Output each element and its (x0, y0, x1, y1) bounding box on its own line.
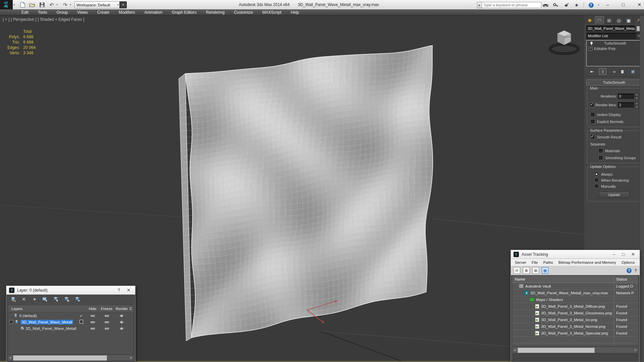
explicit-normals-checkbox[interactable] (590, 119, 595, 124)
open-file-button[interactable] (29, 1, 36, 8)
search-expand-button[interactable]: ▸ (477, 2, 482, 8)
smoothing-groups-row[interactable]: Smoothing Groups (598, 156, 639, 160)
menu-file[interactable]: File (529, 260, 541, 264)
highlight-selected-layer-button[interactable] (63, 296, 70, 303)
menu-customize[interactable]: Customize (229, 9, 258, 15)
smoothing-groups-checkbox[interactable] (598, 156, 603, 160)
workspace-selector[interactable]: Workspace: Default ▾ (74, 1, 121, 8)
current-layer-checkbox[interactable] (76, 320, 86, 324)
layer-row-selected[interactable]: - 3D_Wall_Panel_Wave_Metall (8, 319, 133, 325)
asset-row-vault[interactable]: Autodesk Vault Logged O (512, 283, 638, 290)
materials-checkbox[interactable] (598, 148, 603, 153)
spin-down-icon[interactable]: ▾ (635, 105, 639, 108)
update-button[interactable]: Update (599, 192, 630, 198)
select-layer-button[interactable] (53, 296, 59, 303)
column-hide[interactable]: Hide (86, 307, 99, 311)
manually-radio[interactable] (594, 184, 599, 188)
table-view-button[interactable]: ▦ (542, 267, 548, 274)
modifier-list-dropdown[interactable]: Modifier List ˅ (586, 33, 642, 39)
communication-center-button[interactable] (563, 2, 570, 8)
always-radio[interactable] (594, 172, 599, 176)
layer-dialog-titlebar[interactable]: Layer: 0 (default) ? ✕ (6, 286, 135, 295)
menu-graph-editors[interactable]: Graph Editors (167, 9, 201, 15)
tab-motion[interactable]: ◎ (614, 16, 624, 24)
scroll-track[interactable] (518, 348, 633, 352)
layer-row-default[interactable]: 0 (default) ✓ (8, 312, 133, 319)
help-button[interactable]: ? (588, 2, 594, 8)
stack-item-editable-poly[interactable]: + Editable Poly (587, 46, 642, 51)
add-to-layer-button[interactable]: + (31, 296, 38, 303)
menu-edit[interactable]: Edit (17, 9, 33, 15)
redo-dropdown[interactable]: ▾ (70, 3, 72, 6)
column-layers[interactable]: Layers (8, 307, 76, 311)
refresh-button[interactable]: ⟳ (514, 267, 520, 274)
freeze-toggle[interactable] (99, 314, 114, 318)
scroll-thumb[interactable] (13, 355, 107, 361)
asset-dialog-titlebar[interactable]: Asset Tracking – □ ✕ (511, 250, 640, 259)
hierarchy-view-button[interactable]: ⊞ (532, 267, 539, 274)
show-end-result-button[interactable]: ‖ (599, 68, 606, 75)
iterations-field[interactable]: 0 (618, 94, 634, 99)
subscription-key-button[interactable] (552, 2, 559, 8)
viewport-shading-menu[interactable]: [ Shaded + Edged Faces ] (38, 17, 84, 22)
current-layer-check[interactable]: ✓ (76, 313, 86, 318)
expand-plus-icon[interactable]: + (589, 47, 592, 51)
maximize-button[interactable]: □ (622, 2, 625, 7)
search-binoculars-button[interactable] (542, 2, 549, 8)
hide-toggle[interactable] (86, 320, 99, 324)
menu-help[interactable]: Help (286, 9, 304, 15)
spin-up-icon[interactable]: ▴ (635, 93, 639, 96)
menu-create[interactable]: Create (93, 9, 114, 15)
materials-row[interactable]: Materials (598, 148, 639, 153)
hide-toggle[interactable] (86, 326, 99, 330)
smooth-result-row[interactable]: Smooth Result (590, 135, 639, 139)
select-objects-in-layer-button[interactable] (42, 296, 49, 303)
layer-help-button[interactable]: ? (116, 288, 122, 293)
viewport-pov-menu[interactable]: [ Perspective ] (11, 17, 36, 22)
asset-row-diffuse[interactable]: 3D_Wall_Panel_3_Metal_Diffuse.png Found (512, 303, 638, 310)
update-manually-row[interactable]: Manually (594, 184, 639, 188)
create-layer-button[interactable] (10, 296, 16, 303)
menu-views[interactable]: Views (72, 9, 93, 15)
asset-row-ior[interactable]: 3D_Wall_Panel_3_Metal_Ior.png Found (512, 316, 638, 323)
render-toggle[interactable] (114, 320, 129, 324)
isoline-display-row[interactable]: Isoline Display (590, 112, 639, 117)
scroll-track[interactable] (13, 355, 128, 360)
menu-server[interactable]: Server (512, 260, 529, 264)
column-name[interactable]: Name (512, 277, 614, 281)
help-globe-icon[interactable]: ? (627, 268, 632, 273)
update-when-rendering-row[interactable]: When Rendering (594, 178, 639, 182)
scroll-right-icon[interactable]: > (633, 348, 638, 352)
list-view-button[interactable]: ≣ (523, 267, 530, 274)
tab-create[interactable]: ✱ (585, 16, 594, 24)
configure-modifier-sets-button[interactable]: ▦ (630, 69, 636, 74)
menu-options[interactable]: Options (619, 260, 638, 264)
viewcube[interactable]: RIGHT (547, 25, 582, 58)
asset-close-button[interactable]: ✕ (629, 252, 637, 257)
smooth-result-checkbox[interactable] (590, 135, 595, 139)
viewport-general-menu[interactable]: [ + ] (3, 17, 9, 22)
redo-button[interactable]: ↷ (61, 1, 69, 8)
context-help-icon[interactable]: ? (634, 268, 637, 273)
menu-group[interactable]: Group (52, 9, 72, 15)
column-status[interactable]: Status (614, 277, 638, 281)
logo-dropdown-caret[interactable]: ▾ (13, 3, 15, 6)
asset-maximize-button[interactable]: □ (620, 252, 627, 257)
collapse-minus-icon[interactable]: - (9, 320, 13, 324)
asset-row-specular[interactable]: 3D_Wall_Panel_3_Metal_Specular.png Found (512, 330, 638, 337)
layer-horizontal-scrollbar[interactable]: < > (8, 355, 134, 361)
asset-row-glossiness[interactable]: 3D_Wall_Panel_3_Metal_Glossiness.png Fou… (512, 310, 638, 316)
panel-scrollbar[interactable] (640, 15, 644, 362)
favorites-star-button[interactable]: ★ (573, 2, 580, 8)
render-toggle[interactable] (114, 326, 129, 330)
app-logo[interactable] (0, 0, 13, 9)
iterations-spinner[interactable]: ▴ ▾ (635, 93, 639, 100)
help-dropdown[interactable]: ▾ (598, 4, 599, 6)
turbosmooth-rollout-header[interactable]: - TurboSmooth (586, 79, 642, 85)
search-input[interactable] (482, 2, 541, 8)
menu-animation[interactable]: Animation (140, 9, 167, 15)
object-name-field[interactable]: 3D_Wall_Panel_Wave_Metall (586, 25, 635, 32)
new-file-button[interactable] (19, 1, 26, 8)
tab-display[interactable]: ▣ (624, 16, 633, 24)
column-freeze[interactable]: Freeze (99, 307, 114, 311)
